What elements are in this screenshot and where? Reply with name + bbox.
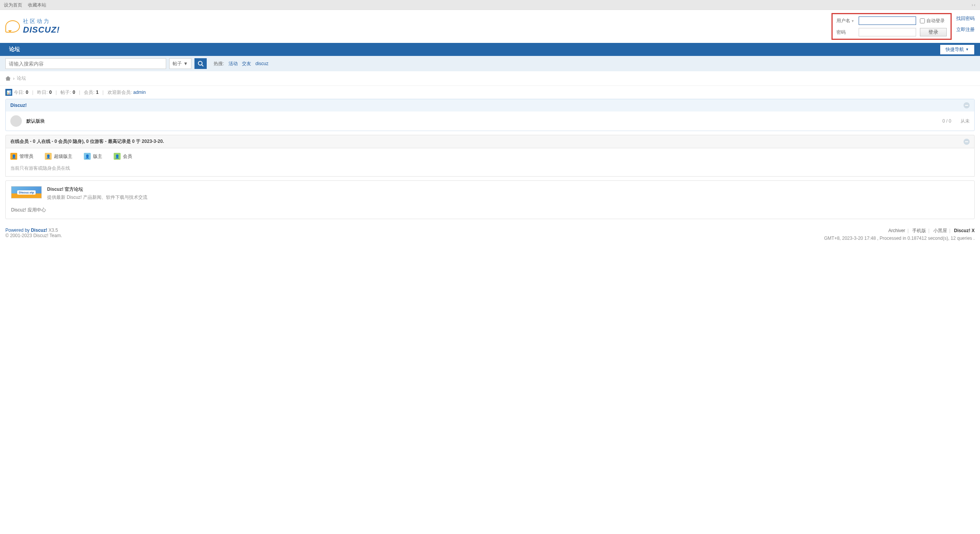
hot-search: 热搜: 活动 交友 discuz (214, 61, 268, 67)
auto-login-checkbox[interactable]: 自动登录 (920, 18, 945, 24)
forum-category: Discuz! 默认版块 0 / 0 从未 (5, 99, 975, 131)
footer: Powered by Discuz! X3.5 © 2001-2023 Disc… (0, 223, 980, 246)
logo-bubble-icon (5, 20, 20, 33)
password-input[interactable] (859, 28, 916, 36)
login-button[interactable]: 登录 (920, 28, 947, 36)
username-input[interactable] (859, 16, 916, 25)
hot-label: 热搜: (214, 61, 224, 66)
login-box: 用户名▼ 自动登录 密码 登录 (831, 13, 952, 40)
collapse-icon[interactable] (964, 139, 970, 145)
copyright: © 2001-2023 Discuz! Team. (5, 233, 62, 238)
set-home-link[interactable]: 设为首页 (4, 2, 22, 8)
chevron-down-icon: ▼ (851, 19, 854, 23)
logo[interactable]: 社区动力 DISCUZ! (5, 18, 60, 35)
forum-name-link[interactable]: 默认版块 (26, 118, 45, 124)
logo-text: 社区动力 DISCUZ! (23, 18, 60, 35)
topbar: 设为首页 收藏本站 ›‹ (0, 0, 980, 10)
register-link[interactable]: 立即注册 (956, 26, 975, 33)
nav: 论坛 快捷导航▼ (0, 43, 980, 56)
supermod-icon: 👤 (45, 153, 52, 160)
quick-nav-button[interactable]: 快捷导航▼ (940, 44, 975, 55)
login-user-row: 用户名▼ 自动登录 (836, 16, 947, 25)
stats-icon[interactable]: 📊 (5, 89, 12, 96)
breadcrumb: › 论坛 (0, 71, 980, 86)
search-button[interactable] (194, 58, 207, 69)
username-label[interactable]: 用户名▼ (836, 18, 855, 24)
role-admin: 👤管理员 (10, 153, 33, 160)
search-bar: 帖子▼ 热搜: 活动 交友 discuz (0, 56, 980, 71)
official-desc: 提供最新 Discuz! 产品新闻、软件下载与技术交流 (47, 194, 147, 201)
online-msg: 当前只有游客或隐身会员在线 (10, 165, 970, 172)
topbar-toggle[interactable]: ›‹ (972, 0, 976, 10)
footer-info: GMT+8, 2023-3-20 17:48 , Processed in 0.… (824, 236, 975, 241)
link-panel: Discuz.vip Discuz! 官方论坛 提供最新 Discuz! 产品新… (5, 180, 975, 219)
hot-link[interactable]: discuz (255, 61, 268, 66)
official-link[interactable]: Discuz.vip Discuz! 官方论坛 提供最新 Discuz! 产品新… (11, 186, 969, 201)
search-type-dropdown[interactable]: 帖子▼ (169, 58, 191, 69)
mod-icon: 👤 (84, 153, 91, 160)
chevron-down-icon: ▼ (183, 61, 188, 66)
login-pwd-row: 密码 登录 (836, 28, 947, 36)
online-title: 在线会员 - 0 人在线 - 0 会员(0 隐身), 0 位游客 - 最高记录是… (10, 138, 164, 145)
blacklist-link[interactable]: 小黑屋 (933, 228, 947, 233)
role-list: 👤管理员 👤超级版主 👤版主 👤会员 (10, 153, 970, 160)
svg-line-1 (202, 65, 203, 66)
logo-en: DISCUZ! (23, 25, 60, 35)
official-title: Discuz! 官方论坛 (47, 186, 147, 193)
discuzx-link[interactable]: Discuz! X (954, 228, 975, 233)
forum-avatar-icon (10, 115, 22, 127)
role-super: 👤超级版主 (45, 153, 72, 160)
archiver-link[interactable]: Archiver (889, 228, 905, 233)
favorite-link[interactable]: 收藏本站 (28, 2, 46, 8)
online-header: 在线会员 - 0 人在线 - 0 会员(0 隐身), 0 位游客 - 最高记录是… (5, 135, 975, 148)
member-icon: 👤 (114, 153, 121, 160)
forum-left: 默认版块 (10, 115, 45, 127)
footer-links: Archiver| 手机版| 小黑屋| Discuz! X (824, 228, 975, 234)
role-mod: 👤版主 (84, 153, 102, 160)
collapse-icon[interactable] (964, 102, 970, 108)
admin-icon: 👤 (10, 153, 17, 160)
mobile-link[interactable]: 手机版 (912, 228, 926, 233)
footer-left: Powered by Discuz! X3.5 © 2001-2023 Disc… (5, 228, 62, 241)
official-badge-icon: Discuz.vip (11, 186, 42, 198)
chevron-down-icon: ▼ (965, 48, 969, 51)
category-title[interactable]: Discuz! (10, 103, 27, 108)
password-label: 密码 (836, 29, 855, 36)
svg-point-0 (198, 61, 202, 65)
online-body: 👤管理员 👤超级版主 👤版主 👤会员 当前只有游客或隐身会员在线 (5, 148, 975, 177)
home-icon[interactable] (5, 76, 11, 81)
breadcrumb-sep: › (13, 76, 15, 81)
forum-right: 0 / 0 从未 (942, 118, 970, 124)
official-text: Discuz! 官方论坛 提供最新 Discuz! 产品新闻、软件下载与技术交流 (47, 186, 147, 201)
forum-stats: 📊 今日: 0 | 昨日: 0 | 帖子: 0 | 会员: 1 | 欢迎新会员:… (0, 86, 980, 99)
nav-forum[interactable]: 论坛 (5, 46, 24, 53)
powered-by: Powered by (5, 228, 31, 233)
breadcrumb-current: 论坛 (17, 75, 26, 82)
search-input[interactable] (5, 58, 166, 69)
topbar-left: 设为首页 收藏本站 (4, 0, 51, 10)
forum-count: 0 / 0 (942, 118, 951, 124)
discuz-link[interactable]: Discuz! (31, 228, 47, 233)
hot-link[interactable]: 交友 (242, 61, 251, 66)
forum-last: 从未 (960, 118, 970, 124)
newest-member-link[interactable]: admin (133, 90, 146, 95)
forgot-password-link[interactable]: 找回密码 (956, 15, 975, 22)
category-header: Discuz! (6, 99, 974, 111)
app-center-link[interactable]: Discuz! 应用中心 (11, 207, 969, 213)
auto-login-check-input[interactable] (920, 18, 925, 23)
hot-link[interactable]: 活动 (229, 61, 238, 66)
forum-row: 默认版块 0 / 0 从未 (6, 111, 974, 131)
version: X3.5 (49, 228, 58, 233)
footer-right: Archiver| 手机版| 小黑屋| Discuz! X GMT+8, 202… (824, 228, 975, 241)
login-links: 找回密码 立即注册 (956, 13, 975, 33)
header: 社区动力 DISCUZ! 用户名▼ 自动登录 密码 登录 找回密码 (0, 10, 980, 43)
search-icon (198, 61, 204, 67)
logo-cn: 社区动力 (23, 18, 60, 25)
login-area: 用户名▼ 自动登录 密码 登录 找回密码 立即注册 (831, 13, 975, 40)
role-member: 👤会员 (114, 153, 132, 160)
